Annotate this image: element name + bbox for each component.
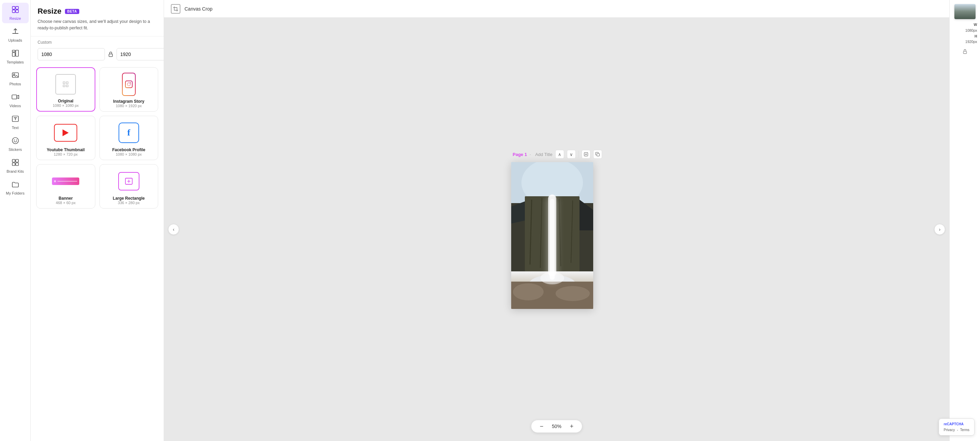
- my-folders-icon: [11, 180, 19, 190]
- banner-card-name: Banner: [59, 196, 73, 201]
- sidebar-item-uploads-label: Uploads: [8, 38, 22, 42]
- design-canvas[interactable]: [511, 162, 593, 309]
- sidebar-item-uploads[interactable]: Uploads: [2, 25, 29, 45]
- svg-point-40: [540, 272, 564, 284]
- sidebar-item-my-folders-label: My Folders: [6, 191, 24, 195]
- zoom-bar: − 50% +: [531, 420, 582, 433]
- sidebar-item-my-folders[interactable]: My Folders: [2, 178, 29, 198]
- panel-description: Choose new canvas sizes, and we'll adjus…: [38, 18, 157, 32]
- resize-icon: [11, 5, 19, 15]
- right-panel: W 1080px H 1920px: [949, 0, 980, 441]
- svg-rect-6: [16, 50, 19, 56]
- page-wrapper: Page 1 - Add Title ∧ ∨: [511, 150, 602, 309]
- page-add-button[interactable]: [582, 150, 590, 159]
- canvas-area: Canvas Crop ‹ Page 1 - Add Title ∧ ∨: [164, 0, 949, 441]
- resize-card-instagram-story[interactable]: Instagram Story 1080 × 1920 px: [99, 67, 159, 112]
- privacy-links: Privacy - Terms: [944, 428, 969, 432]
- page-down-button[interactable]: ∨: [567, 150, 576, 159]
- svg-point-8: [13, 74, 15, 75]
- panel-title: Resize: [38, 7, 62, 16]
- large-rectangle-card-name: Large Rectangle: [113, 196, 145, 201]
- svg-rect-3: [16, 10, 19, 13]
- svg-rect-0: [12, 6, 15, 9]
- sidebar-item-photos[interactable]: Photos: [2, 68, 29, 89]
- svg-rect-2: [12, 10, 15, 13]
- sidebar-item-text[interactable]: Text: [2, 112, 29, 132]
- svg-rect-15: [16, 159, 19, 162]
- instagram-story-card-icon: [103, 72, 155, 96]
- sidebar-item-templates-label: Templates: [6, 60, 24, 64]
- sidebar-item-brand-kits[interactable]: Brand Kits: [2, 155, 29, 176]
- lock-button[interactable]: [962, 49, 968, 55]
- canvas-crop-label: Canvas Crop: [185, 6, 213, 12]
- canvas-image: [511, 162, 593, 309]
- svg-rect-38: [548, 195, 556, 276]
- original-card-name: Original: [58, 98, 73, 103]
- svg-point-11: [12, 138, 19, 144]
- banner-card-icon: [40, 169, 92, 193]
- large-rectangle-card-icon: [103, 169, 155, 193]
- top-bar: Canvas Crop: [164, 0, 949, 18]
- privacy-separator: -: [957, 428, 958, 432]
- beta-badge: BETA: [65, 9, 79, 14]
- resize-card-facebook-profile[interactable]: f Facebook Profile 1080 × 1080 px: [99, 116, 159, 160]
- add-title-button[interactable]: Add Title: [535, 152, 552, 157]
- stickers-icon: [11, 136, 19, 146]
- page-up-button[interactable]: ∧: [555, 150, 564, 159]
- templates-icon: [11, 49, 19, 59]
- svg-rect-17: [16, 163, 19, 165]
- svg-rect-4: [12, 50, 15, 52]
- zoom-in-button[interactable]: +: [568, 422, 576, 430]
- canvas-nav-left-button[interactable]: ‹: [168, 224, 179, 235]
- svg-point-12: [14, 140, 14, 140]
- youtube-thumbnail-card-icon: [40, 121, 92, 145]
- svg-point-37: [555, 286, 590, 301]
- youtube-thumbnail-card-name: Youtube Thumbnail: [47, 148, 85, 152]
- sidebar-nav: Resize Uploads Templates: [0, 0, 31, 441]
- svg-point-36: [513, 283, 544, 300]
- banner-card-dims: 468 × 60 px: [56, 201, 75, 205]
- terms-link[interactable]: Terms: [960, 428, 969, 432]
- sidebar-item-videos-label: Videos: [10, 104, 21, 108]
- sidebar-item-resize[interactable]: Resize: [2, 3, 29, 23]
- sidebar-item-photos-label: Photos: [9, 82, 21, 86]
- canvas-nav-right-button[interactable]: ›: [934, 224, 945, 235]
- youtube-thumbnail-card-dims: 1280 × 720 px: [54, 152, 78, 156]
- zoom-value[interactable]: 50%: [550, 424, 563, 429]
- page-label: Page 1 -: [512, 152, 532, 157]
- custom-label: Custom: [31, 36, 164, 47]
- sidebar-item-stickers[interactable]: Stickers: [2, 134, 29, 154]
- zoom-out-button[interactable]: −: [538, 422, 546, 430]
- dimension-inputs: px ▾: [31, 47, 164, 65]
- privacy-footer: reCAPTCHA Privacy - Terms: [939, 419, 975, 436]
- sidebar-item-text-label: Text: [12, 125, 19, 130]
- resize-card-original[interactable]: Original 1080 × 1080 px: [36, 67, 95, 112]
- photos-icon: [11, 71, 19, 81]
- original-card-dims: 1080 × 1080 px: [52, 103, 79, 108]
- canvas-crop-icon[interactable]: [171, 4, 180, 14]
- thumbnail: [955, 4, 975, 19]
- resize-card-large-rectangle[interactable]: Large Rectangle 336 × 280 px: [99, 164, 159, 209]
- height-dimension: H 1920px: [953, 33, 977, 45]
- thumbnail-image: [955, 4, 975, 19]
- height-input[interactable]: [116, 48, 164, 60]
- videos-icon: [11, 93, 19, 102]
- resize-cards-grid: Original 1080 × 1080 px Instagram Story …: [31, 65, 164, 214]
- privacy-link[interactable]: Privacy: [944, 428, 955, 432]
- resize-card-youtube-thumbnail[interactable]: Youtube Thumbnail 1280 × 720 px: [36, 116, 95, 160]
- large-rectangle-card-dims: 336 × 280 px: [118, 201, 140, 205]
- panel-header: Resize BETA Choose new canvas sizes, and…: [31, 0, 164, 36]
- svg-rect-16: [12, 163, 15, 165]
- svg-rect-21: [597, 154, 599, 156]
- page-copy-button[interactable]: [593, 150, 602, 159]
- brand-kits-icon: [11, 159, 19, 168]
- instagram-story-card-dims: 1080 × 1920 px: [116, 104, 142, 108]
- resize-card-banner[interactable]: Banner 468 × 60 px: [36, 164, 95, 209]
- page-controls: Page 1 - Add Title ∧ ∨: [511, 150, 602, 159]
- sidebar-item-videos[interactable]: Videos: [2, 90, 29, 111]
- sidebar-item-templates[interactable]: Templates: [2, 46, 29, 67]
- lock-icon[interactable]: [108, 49, 114, 59]
- width-input[interactable]: [38, 48, 105, 60]
- facebook-profile-card-icon: f: [103, 121, 155, 145]
- text-icon: [11, 115, 19, 124]
